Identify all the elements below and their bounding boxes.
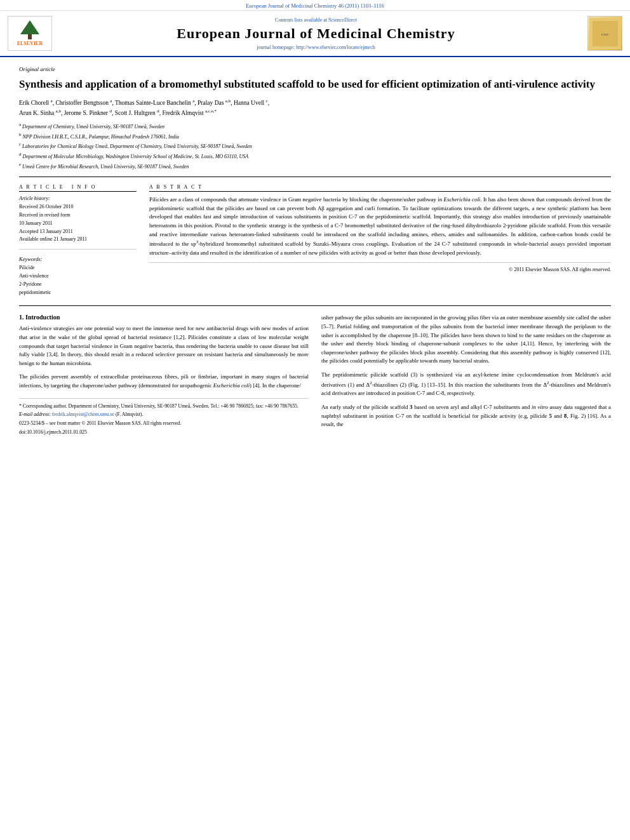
homepage-url[interactable]: http://www.elsevier.com/locate/ejmech bbox=[296, 44, 375, 50]
history-dates: Received 26 October 2010 Received in rev… bbox=[19, 203, 137, 244]
tree-trunk-icon bbox=[28, 34, 32, 39]
journal-homepage: journal homepage: http://www.elsevier.co… bbox=[52, 44, 580, 50]
body-left-column: 1. Introduction Anti-virulence strategie… bbox=[19, 314, 309, 437]
author-sinha: Arun K. Sinha a,b, Jerome S. Pinkner d, … bbox=[19, 110, 217, 116]
copyright-notice: © 2011 Elsevier Masson SAS. All rights r… bbox=[149, 262, 611, 272]
sciencedirect-link[interactable]: Contents lists available at ScienceDirec… bbox=[52, 17, 580, 23]
intro-number: 1. bbox=[19, 314, 24, 321]
issn-line: 0223-5234/$ – see front matter © 2011 El… bbox=[19, 420, 309, 427]
affiliation-c: c Laboratories for Chemical Biology Umeå… bbox=[19, 141, 611, 150]
abstract-column: A B S T R A C T Pilicides are a class of… bbox=[149, 183, 611, 297]
article-type: Original article bbox=[19, 66, 611, 72]
article-info-abstract-section: A R T I C L E I N F O Article history: R… bbox=[19, 177, 611, 297]
body-section: 1. Introduction Anti-virulence strategie… bbox=[19, 305, 611, 437]
article-title: Synthesis and application of a bromometh… bbox=[19, 77, 611, 91]
elsevier-tree-icon bbox=[20, 20, 39, 39]
available-date: Available online 21 January 2011 bbox=[19, 236, 137, 244]
footnote-section: * Corresponding author. Department of Ch… bbox=[19, 398, 309, 436]
received-date: Received 26 October 2010 bbox=[19, 203, 137, 211]
right-para-2: The peptidomimetic pilicide scaffold (3)… bbox=[321, 371, 611, 398]
affiliation-a: a Department of Chemistry, Umeå Universi… bbox=[19, 121, 611, 131]
keyword-peptidomimetic: peptidomimetic bbox=[19, 289, 137, 297]
body-right-column: usher pathway the pilus subunits are inc… bbox=[321, 314, 611, 437]
abstract-text: Pilicides are a class of compounds that … bbox=[149, 196, 611, 257]
elsevier-logo: ELSEVIER bbox=[8, 16, 52, 51]
homepage-label: journal homepage: bbox=[257, 44, 295, 50]
intro-heading: 1. Introduction bbox=[19, 314, 309, 321]
accepted-date: Accepted 13 January 2011 bbox=[19, 228, 137, 236]
sciencedirect-text: Contents lists available at ScienceDirec… bbox=[275, 17, 357, 23]
journal-citation: European Journal of Medicinal Chemistry … bbox=[246, 3, 384, 9]
email-line: E-mail address: fredrik.almqvist@chem.um… bbox=[19, 411, 309, 418]
svg-text:EJMC: EJMC bbox=[601, 33, 609, 36]
keywords-label: Keywords: bbox=[19, 256, 137, 262]
keywords-list: Pilicide Anti-virulence 2-Pyridone pepti… bbox=[19, 264, 137, 297]
article-info-heading: A R T I C L E I N F O bbox=[19, 183, 137, 192]
journal-thumbnail: EJMC bbox=[587, 16, 622, 51]
article-info-column: A R T I C L E I N F O Article history: R… bbox=[19, 183, 137, 297]
doi-line: doi:10.1016/j.ejmech.2011.01.025 bbox=[19, 429, 309, 436]
right-para-1: usher pathway the pilus subunits are inc… bbox=[321, 314, 611, 366]
elsevier-brand-label: ELSEVIER bbox=[17, 41, 43, 46]
intro-para-2: The pilicides prevent assembly of extrac… bbox=[19, 373, 309, 390]
authors-line: Erik Chorell a, Christoffer Bengtsson a,… bbox=[19, 98, 611, 117]
keyword-pyridone: 2-Pyridone bbox=[19, 281, 137, 289]
main-content: Original article Synthesis and applicati… bbox=[0, 57, 630, 446]
affiliation-d: d Department of Molecular Microbiology, … bbox=[19, 151, 611, 161]
history-label: Article history: bbox=[19, 196, 137, 201]
author-chorell: Erik Chorell a, Christoffer Bengtsson a,… bbox=[19, 100, 269, 106]
intro-title: Introduction bbox=[25, 314, 60, 321]
journal-title: European Journal of Medicinal Chemistry bbox=[52, 25, 580, 42]
abstract-heading: A B S T R A C T bbox=[149, 183, 611, 192]
revised-label: Received in revised form bbox=[19, 211, 137, 220]
affiliation-e: e Umeå Centre for Microbial Research, Um… bbox=[19, 161, 611, 171]
intro-para-1: Anti-virulence strategies are one potent… bbox=[19, 324, 309, 368]
revised-date: 10 January 2011 bbox=[19, 220, 137, 228]
tree-top-icon bbox=[20, 20, 39, 34]
journal-banner: European Journal of Medicinal Chemistry … bbox=[0, 0, 630, 11]
affiliation-b: b NPP Division I.H.B.T., C.S.I.R., Palam… bbox=[19, 131, 611, 141]
right-para-3: An early study of the pilicide scaffold … bbox=[321, 403, 611, 429]
keyword-antivirulence: Anti-virulence bbox=[19, 272, 137, 281]
journal-title-block: Contents lists available at ScienceDirec… bbox=[52, 17, 580, 50]
affiliations: a Department of Chemistry, Umeå Universi… bbox=[19, 121, 611, 170]
journal-header: ELSEVIER Contents lists available at Sci… bbox=[0, 11, 630, 57]
email-address[interactable]: fredrik.almqvist@chem.umu.se bbox=[52, 411, 114, 417]
corresponding-note: * Corresponding author. Department of Ch… bbox=[19, 403, 309, 410]
keyword-pilicide: Pilicide bbox=[19, 264, 137, 272]
